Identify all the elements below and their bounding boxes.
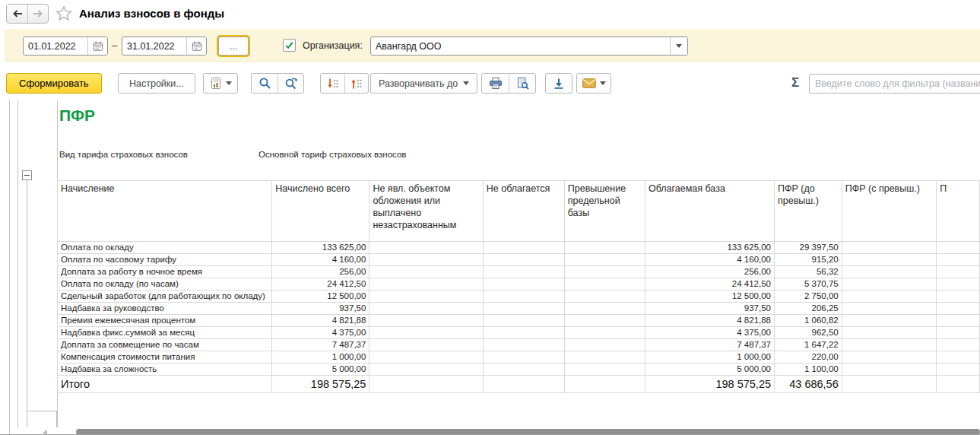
empty-cell[interactable]	[369, 327, 483, 339]
pfr-before-cell[interactable]: 1 060,82	[775, 315, 842, 327]
empty-cell[interactable]	[564, 254, 645, 266]
total-pfr-cell[interactable]: 43 686,56	[775, 376, 842, 393]
empty-cell[interactable]	[842, 315, 937, 327]
accrual-name-cell[interactable]: Сдельный заработок (для работающих по ок…	[58, 291, 272, 303]
empty-cell[interactable]	[483, 291, 564, 303]
empty-cell[interactable]	[842, 327, 937, 339]
empty-cell[interactable]	[369, 254, 483, 266]
quick-filter-input[interactable]	[809, 74, 980, 94]
empty-cell[interactable]	[483, 242, 564, 254]
empty-cell[interactable]	[483, 376, 564, 393]
empty-cell[interactable]	[564, 242, 645, 254]
empty-cell[interactable]	[564, 364, 645, 376]
empty-cell[interactable]	[842, 364, 937, 376]
column-header[interactable]: П	[937, 181, 980, 242]
accrual-name-cell[interactable]: Премия ежемесячная процентом	[58, 315, 272, 327]
empty-cell[interactable]	[564, 351, 645, 364]
empty-cell[interactable]	[369, 364, 483, 376]
group-collapse-minus-box[interactable]	[22, 170, 32, 180]
empty-cell[interactable]	[842, 339, 937, 351]
empty-cell[interactable]	[483, 266, 564, 278]
pfr-before-cell[interactable]: 56,32	[775, 266, 842, 278]
organization-input[interactable]	[371, 37, 670, 55]
empty-cell[interactable]	[937, 364, 980, 376]
accrued-total-cell[interactable]: 24 412,50	[272, 278, 369, 291]
accrual-name-cell[interactable]: Доплата за совмещение по часам	[58, 339, 272, 351]
period-from-input[interactable]	[24, 37, 87, 55]
empty-cell[interactable]	[369, 303, 483, 315]
print-preview-button[interactable]	[509, 74, 535, 93]
column-header[interactable]: Облагаемая база	[645, 181, 774, 242]
empty-cell[interactable]	[483, 351, 564, 364]
column-header[interactable]: Начислено всего	[272, 181, 369, 242]
column-header[interactable]: Начисление	[58, 181, 272, 242]
taxable-base-cell[interactable]: 4 160,00	[645, 254, 774, 266]
accrued-total-cell[interactable]: 1 000,00	[272, 351, 369, 364]
column-header[interactable]: Не явл. объектом обложения или выплачено…	[369, 181, 483, 242]
accrual-name-cell[interactable]: Оплата по окладу	[58, 242, 272, 254]
empty-cell[interactable]	[369, 339, 483, 351]
scroll-left-arrow-icon[interactable]	[43, 430, 47, 435]
empty-cell[interactable]	[369, 351, 483, 364]
empty-cell[interactable]	[483, 278, 564, 291]
period-more-button[interactable]: ...	[218, 37, 249, 56]
empty-cell[interactable]	[842, 242, 937, 254]
empty-cell[interactable]	[842, 278, 937, 291]
search-next-button[interactable]	[278, 74, 303, 93]
save-button[interactable]	[545, 73, 572, 94]
empty-cell[interactable]	[842, 303, 937, 315]
empty-cell[interactable]	[937, 291, 980, 303]
column-header[interactable]: ПФР (до превыш.)	[775, 181, 842, 242]
search-button[interactable]	[252, 74, 278, 93]
empty-cell[interactable]	[369, 266, 483, 278]
taxable-base-cell[interactable]: 7 487,37	[645, 339, 774, 351]
empty-cell[interactable]	[937, 315, 980, 327]
pfr-before-cell[interactable]: 220,00	[775, 351, 842, 364]
calendar-icon[interactable]	[186, 37, 206, 55]
pfr-before-cell[interactable]: 2 750,00	[775, 291, 842, 303]
taxable-base-cell[interactable]: 4 375,00	[645, 327, 774, 339]
pfr-before-cell[interactable]: 5 370,75	[775, 278, 842, 291]
empty-cell[interactable]	[937, 266, 980, 278]
empty-cell[interactable]	[842, 351, 937, 364]
empty-cell[interactable]	[564, 376, 645, 393]
send-email-button[interactable]	[576, 73, 611, 94]
pfr-before-cell[interactable]: 29 397,50	[775, 242, 842, 254]
collapse-groups-button[interactable]	[321, 74, 344, 93]
empty-cell[interactable]	[564, 315, 645, 327]
accrued-total-cell[interactable]: 937,50	[272, 303, 369, 315]
empty-cell[interactable]	[842, 376, 937, 393]
accrual-name-cell[interactable]: Компенсация стоимости питания	[58, 351, 272, 364]
pfr-before-cell[interactable]: 962,50	[775, 327, 842, 339]
pfr-before-cell[interactable]: 1 647,22	[775, 339, 842, 351]
accrued-total-cell[interactable]: 256,00	[272, 266, 369, 278]
empty-cell[interactable]	[483, 364, 564, 376]
accrued-total-cell[interactable]: 4 821,88	[272, 315, 369, 327]
taxable-base-cell[interactable]: 937,50	[645, 303, 774, 315]
empty-cell[interactable]	[937, 376, 980, 393]
total-accrued-cell[interactable]: 198 575,25	[272, 376, 369, 393]
taxable-base-cell[interactable]: 1 000,00	[645, 351, 774, 364]
empty-cell[interactable]	[483, 327, 564, 339]
total-base-cell[interactable]: 198 575,25	[645, 376, 774, 393]
accrual-name-cell[interactable]: Надбавка фикс.суммой за месяц	[58, 327, 272, 339]
empty-cell[interactable]	[483, 303, 564, 315]
empty-cell[interactable]	[483, 339, 564, 351]
empty-cell[interactable]	[937, 242, 980, 254]
accrued-total-cell[interactable]: 4 375,00	[272, 327, 369, 339]
empty-cell[interactable]	[937, 303, 980, 315]
back-button[interactable]	[7, 5, 27, 23]
empty-cell[interactable]	[483, 254, 564, 266]
column-header[interactable]: Превышение предельной базы	[564, 181, 645, 242]
empty-cell[interactable]	[842, 291, 937, 303]
empty-cell[interactable]	[937, 339, 980, 351]
taxable-base-cell[interactable]: 133 625,00	[645, 242, 774, 254]
empty-cell[interactable]	[369, 376, 483, 393]
empty-cell[interactable]	[564, 339, 645, 351]
empty-cell[interactable]	[369, 242, 483, 254]
column-header[interactable]: Не облагается	[483, 181, 564, 242]
sum-sigma-icon[interactable]: Σ	[791, 75, 799, 90]
empty-cell[interactable]	[564, 266, 645, 278]
horizontal-scrollbar-thumb[interactable]	[76, 429, 980, 435]
empty-cell[interactable]	[483, 315, 564, 327]
